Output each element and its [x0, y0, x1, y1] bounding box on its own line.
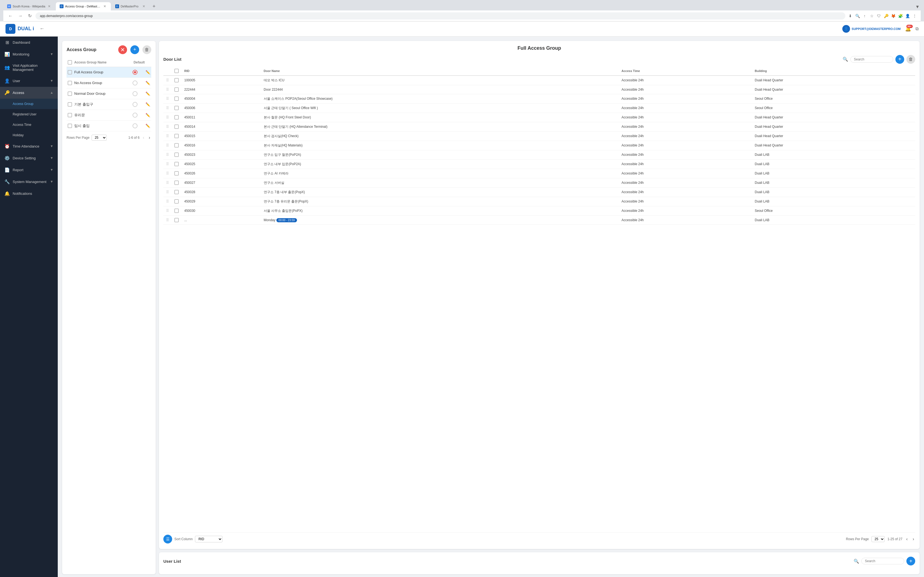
new-tab-button[interactable]: +: [150, 2, 158, 10]
drag-handle[interactable]: ⠿: [166, 208, 169, 213]
row-checkbox[interactable]: [174, 106, 179, 110]
sidebar-item-access-time[interactable]: Access Time: [0, 119, 58, 130]
sidebar-item-time-attendance[interactable]: ⏰ Time Attendance ▼: [0, 140, 58, 152]
edit-group-normal[interactable]: ✏️: [145, 92, 150, 96]
search-lens-icon[interactable]: 🔍: [855, 13, 860, 19]
drag-handle[interactable]: ⠿: [166, 97, 169, 101]
sidebar-item-access[interactable]: 🔑 Access ▲: [0, 87, 58, 98]
user-search-input[interactable]: [865, 559, 901, 563]
add-group-button[interactable]: +: [130, 45, 139, 54]
sort-column-select[interactable]: RID Door Name: [195, 536, 223, 542]
door-prev-page[interactable]: ‹: [905, 536, 909, 542]
door-table-row[interactable]: ⠿ 450029 연구소 7층 유리문 출문(PopX) Accessible …: [163, 197, 915, 206]
row-checkbox[interactable]: [174, 199, 179, 204]
edit-group-full[interactable]: ✏️: [145, 70, 150, 74]
tab-3[interactable]: D DeMasterPro ✕: [111, 2, 150, 10]
drag-handle[interactable]: ⠿: [166, 162, 169, 166]
bookmark-icon[interactable]: ☆: [869, 13, 874, 19]
door-header-checkbox[interactable]: [174, 69, 179, 73]
tab-1[interactable]: W South Korea - Wikipedia ✕: [3, 2, 55, 10]
door-table-row[interactable]: ⠿ 222444 Door 222444 Accessible 24h Dual…: [163, 85, 915, 94]
drag-handle[interactable]: ⠿: [166, 153, 169, 157]
drag-handle[interactable]: ⠿: [166, 181, 169, 185]
row-checkbox[interactable]: [174, 87, 179, 92]
tab-1-close[interactable]: ✕: [47, 4, 52, 8]
default-radio-yuri[interactable]: [132, 113, 137, 118]
sidebar-item-registered-user[interactable]: Registered User: [0, 109, 58, 119]
door-table-row[interactable]: ⠿ 450030 서울 사무소 출입문(PoPX) Accessible 24h…: [163, 206, 915, 215]
door-table-row[interactable]: ⠿ 450014 본사 근태 단말기 (HQ Attendance Termin…: [163, 122, 915, 131]
default-radio-gibon[interactable]: [132, 102, 137, 107]
door-search-input[interactable]: [854, 57, 890, 61]
header-back-button[interactable]: ←: [40, 26, 45, 32]
sidebar-item-visit[interactable]: 👥 Visit Application Management: [0, 60, 58, 75]
sidebar-item-dashboard[interactable]: ⊞ Dashboard: [0, 37, 58, 48]
notification-button[interactable]: 🔔 99+: [905, 26, 911, 32]
drag-handle[interactable]: ⠿: [166, 218, 169, 222]
user-search-icon[interactable]: 🔍: [854, 559, 859, 564]
sidebar-item-user[interactable]: 👤 User ▼: [0, 75, 58, 87]
more-icon[interactable]: ⋮: [912, 13, 918, 19]
delete-group-button[interactable]: [118, 45, 127, 54]
sidebar-item-monitoring[interactable]: 📊 Monitoring ▼: [0, 48, 58, 60]
default-radio-normal[interactable]: [132, 91, 137, 96]
puzzle-icon[interactable]: 🧩: [898, 13, 903, 19]
drag-handle[interactable]: ⠿: [166, 171, 169, 176]
door-search-icon[interactable]: 🔍: [843, 56, 848, 62]
row-checkbox[interactable]: [174, 208, 179, 213]
row-checkbox[interactable]: [174, 181, 179, 185]
group-checkbox-normal[interactable]: [68, 92, 72, 96]
default-radio-imsi[interactable]: [132, 123, 137, 128]
profile-icon[interactable]: 👤: [905, 13, 910, 19]
group-row-yuri[interactable]: 유리문 ✏️: [66, 110, 151, 121]
edit-group-yuri[interactable]: ✏️: [145, 113, 150, 117]
reload-button[interactable]: ↻: [26, 12, 33, 19]
door-table-row[interactable]: ⠿ 450016 본사 자재실(HQ Materials) Accessible…: [163, 141, 915, 150]
row-checkbox[interactable]: [174, 143, 179, 148]
row-checkbox[interactable]: [174, 218, 179, 222]
sidebar-item-holiday[interactable]: Holiday: [0, 130, 58, 140]
drag-handle[interactable]: ⠿: [166, 190, 169, 194]
group-checkbox-yuri[interactable]: [68, 113, 72, 117]
row-checkbox[interactable]: [174, 124, 179, 129]
default-radio-full[interactable]: [132, 70, 137, 75]
door-table-row[interactable]: ⠿ 450004 서울 쇼케이스 POP2A(Seoul Office Show…: [163, 94, 915, 103]
row-checkbox[interactable]: [174, 115, 179, 119]
tab-3-close[interactable]: ✕: [142, 4, 146, 8]
door-table-row[interactable]: ⠿ ... Monday 00:00 - 23:59 Accessible 24…: [163, 215, 915, 224]
door-rows-per-page-select[interactable]: 25 50: [871, 536, 885, 542]
drag-handle[interactable]: ⠿: [166, 134, 169, 138]
share-icon[interactable]: ↑: [862, 13, 867, 19]
door-table-row[interactable]: ⠿ 450011 본사 철문 (HQ Front Steel Door) Acc…: [163, 113, 915, 122]
drag-handle[interactable]: ⠿: [166, 143, 169, 148]
group-checkbox-no[interactable]: [68, 81, 72, 85]
group-row-gibon[interactable]: 기본 출입구 ✏️: [66, 99, 151, 110]
door-table-row[interactable]: ⠿ 100005 데모 박스 ICU Accessible 24h Duali …: [163, 76, 915, 85]
row-checkbox[interactable]: [174, 171, 179, 176]
door-table-row[interactable]: ⠿ 450025 연구소 내부 입문(PoP2A) Accessible 24h…: [163, 160, 915, 169]
row-checkbox[interactable]: [174, 97, 179, 101]
sidebar-item-report[interactable]: 📄 Report ▼: [0, 164, 58, 176]
edit-group-imsi[interactable]: ✏️: [145, 124, 150, 128]
row-checkbox[interactable]: [174, 153, 179, 157]
door-table-row[interactable]: ⠿ 450023 연구소 입구 철문(PoP2A) Accessible 24h…: [163, 150, 915, 160]
group-row-no[interactable]: No Access Group ✏️: [66, 78, 151, 89]
door-table-scroll[interactable]: RID Door Name Access Time Building ⠿ 100…: [163, 66, 915, 531]
door-table-row[interactable]: ⠿ 450027 연구소 서버실 Accessible 24h Duali LA…: [163, 178, 915, 187]
drag-handle[interactable]: ⠿: [166, 199, 169, 204]
door-table-row[interactable]: ⠿ 450015 본사 검사실(HQ Check) Accessible 24h…: [163, 131, 915, 141]
tab-overflow-button[interactable]: ▼: [914, 3, 921, 10]
row-checkbox[interactable]: [174, 162, 179, 166]
drag-handle[interactable]: ⠿: [166, 87, 169, 92]
door-table-row[interactable]: ⠿ 450026 연구소 AI 카메라 Accessible 24h Duali…: [163, 169, 915, 178]
edit-group-no[interactable]: ✏️: [145, 81, 150, 85]
door-table-row[interactable]: ⠿ 450006 서울 근태 단말기 ( Seoul Office Wifi )…: [163, 103, 915, 113]
fox-icon[interactable]: 🦊: [890, 13, 896, 19]
back-button[interactable]: ←: [6, 12, 14, 19]
group-row-imsi[interactable]: 임시 출입 ✏️: [66, 121, 151, 131]
tab-2-close[interactable]: ✕: [103, 4, 107, 8]
row-checkbox[interactable]: [174, 134, 179, 138]
group-checkbox-full[interactable]: [68, 70, 72, 74]
drag-handle[interactable]: ⠿: [166, 115, 169, 119]
trash-group-button[interactable]: 🗑: [142, 45, 151, 54]
